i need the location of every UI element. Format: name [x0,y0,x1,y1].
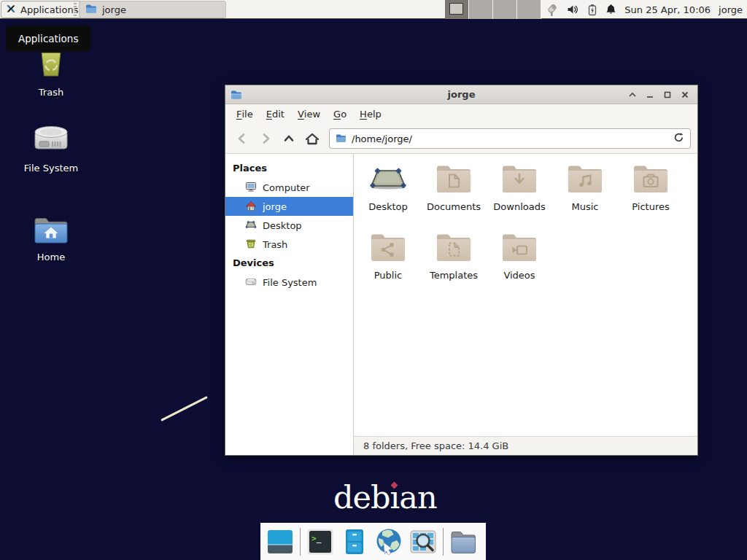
workspace-4[interactable] [517,0,541,19]
sidebar-header-places: Places [225,159,353,178]
workspace-2[interactable] [469,0,493,19]
taskbar-window-button[interactable]: jorge [79,1,226,18]
panel-username[interactable]: jorge [719,4,743,15]
file-item-downloads[interactable]: Downloads [487,163,552,231]
file-manager-window: jorge File Edit View Go Help [225,85,698,456]
hard-drive-icon [32,122,70,159]
taskbar-folder-icon [85,4,97,16]
menu-go[interactable]: Go [327,104,353,124]
home-folder-icon [33,214,69,248]
file-item-templates[interactable]: Templates [421,231,487,300]
notifications-bell-icon[interactable] [605,4,616,15]
desktop-icon-label: Home [37,252,65,262]
dock: >_ [260,523,486,560]
folder-documents-icon [433,163,474,198]
places-sidebar: Places Computer [225,154,354,455]
desktop-icon-file-system[interactable]: File System [18,122,84,174]
desktop-icon-label: Trash [39,87,63,98]
status-text: 8 folders, Free space: 14.4 GiB [363,440,508,451]
panel-clock[interactable]: Sun 25 Apr, 10:06 [624,4,711,15]
volume-icon[interactable] [567,4,579,15]
menu-file[interactable]: File [230,104,260,124]
computer-icon [245,181,257,195]
file-item-desktop[interactable]: Desktop [355,163,421,231]
forward-button[interactable] [255,128,276,149]
sidebar-header-devices: Devices [225,254,353,273]
debian-logo-i: ı [390,481,400,514]
shade-button[interactable] [626,88,639,101]
file-manager-button[interactable] [340,527,369,556]
sidebar-item-file-system[interactable]: File System [225,273,353,292]
desktop: Trash File System Home debıan [0,0,747,560]
debian-logo: debıan [333,481,437,514]
terminal-prompt: >_ [311,534,321,543]
sidebar-item-computer[interactable]: Computer [225,178,353,197]
desktop-special-icon [368,163,409,198]
input-device-icon[interactable] [545,4,559,16]
workspace-3[interactable] [493,0,517,19]
house-icon [245,200,257,214]
reload-icon[interactable] [673,132,684,146]
file-item-pictures[interactable]: Pictures [618,163,684,231]
dock-separator [300,528,301,556]
folder-pictures-icon [630,163,671,198]
sidebar-item-jorge[interactable]: jorge [225,197,353,216]
location-folder-icon [336,132,347,146]
folder-music-icon [565,163,605,198]
location-input[interactable]: /home/jorge/ [352,133,673,144]
workspace-switcher[interactable] [445,0,541,19]
file-view[interactable]: Desktop Documents [354,154,697,436]
app-finder-button[interactable] [409,527,438,556]
dock-separator [443,528,444,556]
file-item-public[interactable]: Public [355,231,421,300]
hard-drive-small-icon [245,276,257,289]
sidebar-item-desktop[interactable]: Desktop [225,216,353,235]
workspace-1[interactable] [445,0,469,19]
workspace-window-preview [449,3,463,15]
applications-tooltip: Applications [6,26,90,52]
folder-videos-icon [499,231,540,266]
top-panel: Applications jorge [0,0,747,19]
debian-logo-text: an [399,481,436,514]
close-button[interactable] [678,88,692,101]
sidebar-item-trash[interactable]: Trash [225,235,353,254]
file-item-videos[interactable]: Videos [487,231,552,300]
menu-bar: File Edit View Go Help [225,104,697,124]
show-desktop-button[interactable] [266,527,295,556]
stray-line-artifact [160,396,208,421]
window-titlebar[interactable]: jorge [225,85,697,104]
toolbar: /home/jorge/ [225,124,697,154]
trash-small-icon [245,238,257,252]
menu-edit[interactable]: Edit [260,104,291,124]
terminal-button[interactable]: >_ [306,527,335,556]
desktop-icon-home[interactable]: Home [18,214,84,262]
minimize-button[interactable] [643,88,657,101]
home-button[interactable] [302,128,322,149]
location-bar[interactable]: /home/jorge/ [329,128,691,149]
file-item-music[interactable]: Music [552,163,618,231]
back-button[interactable] [232,128,252,149]
maximize-button[interactable] [661,88,674,101]
menu-view[interactable]: View [291,104,327,124]
web-browser-button[interactable] [374,527,403,556]
folder-downloads-icon [499,163,540,198]
applications-menu-button[interactable]: Applications [1,1,85,18]
directory-menu-button[interactable] [449,527,478,556]
debian-logo-text: deb [333,481,390,514]
file-item-documents[interactable]: Documents [421,163,487,231]
battery-icon[interactable] [587,4,597,16]
desktop-icon [245,219,257,233]
up-button[interactable] [279,128,299,149]
folder-templates-icon [433,231,474,266]
panel-grip[interactable] [74,3,77,16]
menu-help[interactable]: Help [353,104,388,124]
status-bar: 8 folders, Free space: 14.4 GiB [354,436,697,455]
desktop-icon-label: File System [24,163,78,174]
folder-public-icon [368,231,409,266]
applications-menu-icon [5,3,17,17]
